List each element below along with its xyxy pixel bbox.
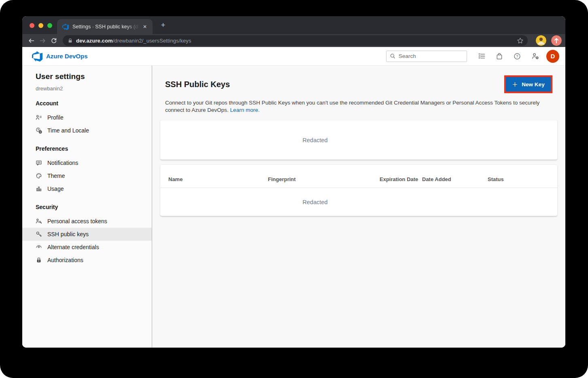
browser-toolbar: dev.azure.com/drewbanin2/_usersSettings/… [22,34,565,47]
sidebar-item-alternate-credentials[interactable]: Alternate credentials [22,241,152,254]
search-icon [390,53,396,59]
window-controls [30,23,52,28]
azure-devops-home-link[interactable]: Azure DevOps [32,51,88,62]
sidebar-username: drewbanin2 [36,85,152,92]
description-text: Connect to your Git repos through SSH Pu… [165,100,539,113]
sidebar-item-time-and-locale[interactable]: Time and Locale [22,124,152,137]
table-row: Redacted [160,188,557,216]
sidebar-title: User settings [36,72,152,81]
account-avatar[interactable]: D [546,50,559,63]
search-input[interactable] [399,53,463,59]
page-description: Connect to your Git repos through SSH Pu… [165,99,548,113]
sidebar-item-personal-access-tokens[interactable]: Personal access tokens [22,215,152,228]
clock-globe-icon [36,127,42,134]
column-header-date-added: Date Added [422,176,488,182]
comment-icon [36,160,42,166]
person-key-icon [36,218,42,224]
sidebar-item-label: Authorizations [47,257,83,263]
redacted-card: Redacted [160,120,557,160]
learn-more-link[interactable]: Learn more. [230,107,260,113]
browser-update-icon[interactable] [551,35,562,46]
sidebar-item-ssh-public-keys[interactable]: SSH public keys [22,228,152,241]
redacted-text: Redacted [160,137,470,143]
sidebar-item-theme[interactable]: Theme [22,169,152,182]
sidebar-item-notifications[interactable]: Notifications [22,156,152,169]
redacted-text: Redacted [160,199,470,205]
sidebar-item-label: Alternate credentials [47,244,99,250]
azure-devops-header: Azure DevOps ? D [22,47,565,66]
url-path: /drewbanin2/_usersSettings/keys [113,38,191,44]
column-header-expiration-date: Expiration Date [380,176,422,182]
new-key-label: New Key [522,81,544,88]
lock-shield-icon [36,257,42,263]
column-header-fingerprint: Fingerprint [268,176,380,182]
sidebar-item-label: Personal access tokens [47,218,107,224]
help-icon[interactable]: ? [508,50,526,63]
sidebar-item-usage[interactable]: Usage [22,182,152,195]
palette-icon [36,173,42,179]
new-key-button[interactable]: New Key [506,77,551,92]
column-header-status: Status [488,176,557,182]
ssh-public-keys-page: SSH Public Keys New Key Connect to your … [152,66,565,348]
task-list-icon[interactable] [473,50,490,63]
lock-icon[interactable] [68,38,73,43]
close-window-button[interactable] [30,23,34,28]
key-icon [36,231,42,237]
reload-icon[interactable] [48,35,59,46]
keys-table-card: Name Fingerprint Expiration Date Date Ad… [160,165,557,216]
section-security: Security [36,204,152,210]
section-preferences: Preferences [36,145,152,152]
active-tab[interactable]: Settings · SSH public keys (dre ✕ [57,19,153,34]
azure-devops-favicon-icon [62,23,69,30]
bookmark-star-icon[interactable] [517,37,524,44]
sidebar-item-label: Theme [47,173,65,179]
page-title: SSH Public Keys [165,80,230,89]
maximize-window-button[interactable] [47,23,52,28]
tab-title: Settings · SSH public keys (dre [72,24,141,30]
brand-name: Azure DevOps [46,53,88,60]
annotation-highlight: New Key [504,75,552,93]
url-domain: dev.azure.com [76,38,113,44]
search-box[interactable] [386,51,467,62]
bar-chart-icon [36,186,42,192]
browser-window: Settings · SSH public keys (dre ✕ + dev.… [22,16,565,348]
browser-tab-strip: Settings · SSH public keys (dre ✕ + [22,16,565,34]
sidebar-item-authorizations[interactable]: Authorizations [22,254,152,267]
azure-devops-logo-icon [32,51,42,62]
svg-text:?: ? [516,54,518,58]
settings-sidebar: User settings drewbanin2 Account Profile… [22,66,152,348]
plus-icon [512,81,518,88]
sidebar-item-label: Profile [47,114,64,121]
sidebar-item-label: Usage [47,186,64,192]
sidebar-item-label: Time and Locale [47,127,89,134]
sidebar-item-profile[interactable]: Profile [22,111,152,124]
sidebar-item-label: SSH public keys [47,231,89,237]
profile-person-icon [36,114,42,121]
new-tab-button[interactable]: + [157,19,169,31]
close-tab-icon[interactable]: ✕ [141,23,149,30]
marketplace-bag-icon[interactable] [490,50,508,63]
forward-icon[interactable] [37,35,48,46]
sidebar-item-label: Notifications [47,160,78,166]
eye-icon [36,244,42,250]
back-icon[interactable] [25,35,37,46]
address-bar[interactable]: dev.azure.com/drewbanin2/_usersSettings/… [63,35,528,46]
browser-profile-avatar[interactable] [536,35,546,46]
user-settings-gear-icon[interactable] [526,50,544,63]
section-account: Account [36,100,152,107]
table-header-row: Name Fingerprint Expiration Date Date Ad… [160,165,557,188]
column-header-name: Name [168,176,268,182]
minimize-window-button[interactable] [38,23,43,28]
